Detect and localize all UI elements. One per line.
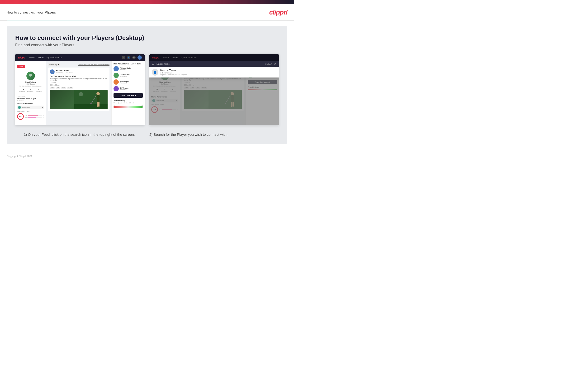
nav-home[interactable]: Home	[29, 56, 35, 59]
svg-rect-4	[96, 96, 98, 97]
app-body-1: Feed Blair McHarg Golf Coach Mill Ride G…	[15, 61, 145, 125]
player-performance-section: Player Performance Eli Vincent ▾ Total P…	[17, 103, 44, 120]
svg-rect-6	[97, 102, 98, 107]
player-list: Richard Butler Activities: 7 Piers Parne…	[114, 66, 143, 91]
top-bar	[0, 0, 294, 4]
pli-info: Eli Vincent Activities: 1	[120, 87, 129, 90]
search-icon[interactable]: ⌕	[122, 56, 125, 59]
svg-point-16	[152, 63, 154, 65]
pli-avatar	[114, 66, 119, 71]
stat-following: 4 Following	[36, 88, 42, 92]
settings-icon[interactable]: ⚙	[132, 56, 136, 59]
following-bar: Following ▾ Control who can see your act…	[48, 63, 109, 66]
pp-player-row[interactable]: Eli Vincent ▾	[17, 106, 44, 109]
team-heatmap: Team Heatmap Player Quality · 20 Round T…	[114, 100, 143, 108]
svg-rect-1	[74, 104, 108, 109]
pp-player-avatar	[18, 106, 21, 109]
search-close-button[interactable]: ✕	[274, 62, 276, 66]
svg-rect-9	[90, 103, 92, 104]
pli-info: Richard Butler Activities: 7	[120, 67, 131, 70]
quality-section: Total Player Quality 84 OTT 79	[17, 111, 44, 120]
main-content: How to connect with your Players (Deskto…	[0, 21, 294, 151]
app-nav-icons: ⌕ 👤 ⚙	[122, 55, 142, 60]
screenshot-panel-1: clippd Home Teams My Performance ⌕ 👤 ⚙	[15, 54, 145, 125]
pli-avatar	[114, 79, 119, 85]
nav-my-performance[interactable]: My Performance	[46, 56, 62, 59]
search-overlay: Marcus Turner CLEAR ✕ 👤 Marcus Turner 1-…	[149, 61, 279, 77]
score-circle: 84	[17, 113, 24, 120]
team-dashboard-button[interactable]: Team Dashboard	[114, 93, 143, 98]
profile-card: Blair McHarg Golf Coach Mill Ride Golf C…	[17, 70, 44, 94]
search-result-info: Marcus Turner 1-5 Handicap Cypress Point…	[160, 69, 187, 76]
profile-stats: 129 Activities 3 Followers 4 Following	[18, 88, 43, 92]
search-icon-2	[152, 63, 155, 65]
hero-section: How to connect with your Players (Deskto…	[7, 26, 287, 144]
stat-followers: 3 Followers	[27, 88, 34, 92]
activity-image	[50, 90, 108, 109]
search-input[interactable]: Marcus Turner	[157, 63, 263, 65]
stat-activities: 129 Activities	[19, 88, 25, 92]
app-left-sidebar: Feed Blair McHarg Golf Coach Mill Ride G…	[15, 61, 46, 125]
logo: clippd	[269, 9, 287, 16]
profile-name: Blair McHarg	[18, 81, 43, 83]
pli-avatar	[114, 73, 119, 78]
tag-putt: PUTT	[67, 87, 73, 89]
act-avatar: RB	[50, 69, 55, 74]
act-duration-value: 02 hr : 00 min	[50, 84, 108, 86]
profile-role: Golf Coach	[18, 83, 43, 85]
pli-avatar	[114, 86, 119, 91]
footer: Copyright Clippd 2022	[0, 151, 294, 161]
hero-title: How to connect with your Players (Deskto…	[15, 34, 279, 42]
search-clear-button[interactable]: CLEAR	[265, 63, 272, 65]
avatar-icon[interactable]	[138, 55, 142, 60]
screenshot-panel-2: clippd Home Teams My Performance Feed	[149, 54, 279, 125]
most-active-title: Most Active Players - Last 30 days	[114, 63, 143, 65]
app-right-panel: Most Active Players - Last 30 days Richa…	[111, 61, 145, 125]
list-item: Richard Butler Activities: 7	[114, 66, 143, 71]
header: How to connect with your Players clippd	[0, 4, 294, 21]
control-link[interactable]: Control who can see your activity and da…	[78, 64, 109, 65]
svg-rect-5	[98, 96, 100, 97]
hero-text: How to connect with your Players (Deskto…	[15, 34, 279, 47]
screenshots-row: clippd Home Teams My Performance ⌕ 👤 ⚙	[15, 54, 279, 125]
app-nav-1: clippd Home Teams My Performance ⌕ 👤 ⚙	[15, 54, 145, 61]
search-result-avatar: 👤	[152, 69, 158, 76]
profile-avatar	[26, 72, 35, 80]
tag-app: APP	[56, 87, 60, 89]
pli-info: Hiral Pujara Activities: 3	[120, 81, 129, 84]
app-center-feed: Following ▾ Control who can see your act…	[46, 61, 111, 125]
captions-row: 1) On your Feed, click on the search ico…	[15, 125, 279, 144]
search-bar: Marcus Turner CLEAR ✕	[149, 61, 279, 67]
list-item: Hiral Pujara Activities: 3	[114, 79, 143, 85]
svg-rect-7	[98, 102, 99, 107]
tag-arg: ARG	[61, 87, 66, 89]
nav-teams[interactable]: Teams	[37, 56, 44, 59]
list-item: Eli Vincent Activities: 1	[114, 86, 143, 91]
svg-line-17	[154, 64, 154, 65]
profile-club: Mill Ride Golf Club, United Kingdom	[18, 85, 43, 87]
list-item: Piers Parnell Activities: 4	[114, 73, 143, 78]
activity-card: RB Richard Butler Yesterday · The Grove …	[48, 67, 109, 111]
heatmap-bar	[114, 106, 143, 108]
person-icon[interactable]: 👤	[127, 56, 130, 59]
caption-1: 1) On your Feed, click on the search ico…	[24, 132, 145, 138]
feed-tab[interactable]: Feed	[17, 65, 25, 68]
copyright: Copyright Clippd 2022	[7, 155, 33, 158]
act-header: RB Richard Butler Yesterday · The Grove	[50, 69, 108, 74]
search-result[interactable]: 👤 Marcus Turner 1-5 Handicap Cypress Poi…	[149, 67, 279, 77]
tag-ott: OTT	[50, 87, 55, 89]
act-player-info: Richard Butler Yesterday · The Grove	[56, 69, 73, 74]
svg-point-2	[97, 92, 100, 95]
act-duration: Duration	[50, 82, 108, 83]
app-nav-items: Home Teams My Performance	[29, 56, 62, 59]
latest-activity: Latest Activity Afternoon round of golf …	[17, 96, 44, 101]
caption-2: 2) Search for the Player you wish to con…	[149, 132, 270, 138]
pp-arrow-icon: ▾	[42, 107, 43, 109]
following-btn[interactable]: Following ▾	[48, 63, 60, 66]
act-tags: OTT APP ARG PUTT	[50, 87, 108, 89]
pli-info: Piers Parnell Activities: 4	[120, 74, 130, 77]
hero-subtitle: Find and connect with your Players	[15, 43, 279, 47]
app-nav-logo: clippd	[18, 56, 25, 59]
page-title: How to connect with your Players	[7, 10, 56, 14]
